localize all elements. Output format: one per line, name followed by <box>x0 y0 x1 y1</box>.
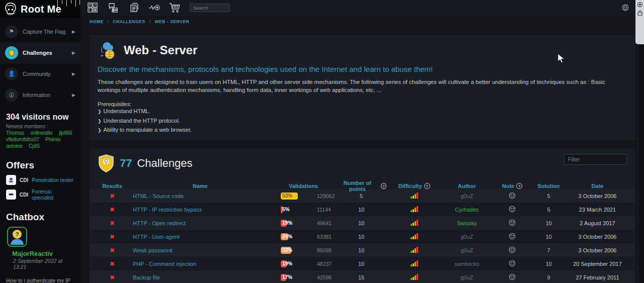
chat-username-link[interactable]: MajorReactiv <box>12 250 74 257</box>
offer-link[interactable]: Penetration tester <box>32 177 73 183</box>
column-note[interactable]: Note? <box>492 183 532 189</box>
challenge-date: 2 August 2017 <box>565 220 630 226</box>
solution-count[interactable]: 10 <box>532 234 565 240</box>
chatbox: ? MajorReactiv 2 September 2022 at 13:21… <box>6 227 74 283</box>
author-link[interactable]: g0uZ <box>460 193 473 199</box>
documents-icon[interactable] <box>128 2 140 14</box>
table-row[interactable]: ✖ HTTP - IP restriction bypass 5% 11144 … <box>90 203 635 216</box>
solution-count[interactable]: 10 <box>532 220 565 226</box>
avatar[interactable]: ? <box>7 227 27 247</box>
target-dot-icon[interactable] <box>637 2 643 8</box>
search-input[interactable] <box>190 4 230 12</box>
scrollbar-track[interactable] <box>639 44 644 283</box>
solution-count[interactable]: 5 <box>532 207 565 213</box>
breadcrumb: HOME / CHALLENGES / WEB - SERVER <box>80 15 644 28</box>
member-link[interactable]: Thomas <box>6 130 24 136</box>
prerequisite-item: ❯Understand the HTTP protocol. <box>98 117 627 126</box>
table-row[interactable]: ✖ HTTP - Open redirect 19% 49641 10 Swis… <box>90 216 635 230</box>
solution-count[interactable]: 5 <box>532 193 565 199</box>
note-cell <box>492 273 532 281</box>
scrollbar[interactable] <box>635 0 644 44</box>
table-row[interactable]: ✖ Backup file 17% 42596 15 g0uZ 9 27 Feb <box>90 270 635 283</box>
member-link[interactable]: antoine <box>6 143 23 149</box>
logo-text: Root Me <box>21 4 61 15</box>
difficulty-cell <box>386 246 442 254</box>
challenge-link[interactable]: Weak password <box>133 247 172 253</box>
author-link[interactable]: sambecks <box>454 261 479 267</box>
author-link[interactable]: Cyrhades <box>455 207 478 213</box>
column-author[interactable]: Author <box>442 183 492 189</box>
chat-server-icon[interactable] <box>107 2 119 14</box>
column-solution[interactable]: Solution <box>532 183 565 189</box>
challenge-shield-icon <box>98 154 115 173</box>
challenge-link[interactable]: HTML - Source code <box>133 193 184 199</box>
help-icon[interactable]: ? <box>516 183 522 189</box>
sidebar-menu: ⚑ Capture The Flag ▶ Challenges ▶ 👤 Comm… <box>0 18 80 106</box>
author-link[interactable]: g0uZ <box>460 247 473 253</box>
solution-count[interactable]: 10 <box>532 261 565 267</box>
newest-members-list: Thomas onlinestlkr jlp866 vfleltvmfldhs0… <box>6 130 74 149</box>
activity-target-icon[interactable] <box>148 2 160 14</box>
member-link[interactable]: vfleltvmfldhs07 <box>6 137 39 142</box>
offer-link[interactable]: Forensic specialist <box>32 188 74 201</box>
column-results[interactable]: Results <box>95 183 130 189</box>
member-link[interactable]: jlp866 <box>59 130 72 136</box>
chatbox-title: Chatbox <box>6 212 74 223</box>
filter-input[interactable] <box>564 154 627 165</box>
table-row[interactable]: ✖ HTTP - User-agent 24% 63381 10 g0uZ 10 <box>90 230 635 243</box>
note-cell <box>492 233 532 241</box>
flag-icon: ⚑ <box>5 25 18 38</box>
sidebar-item-information[interactable]: 🛈 Information ▶ <box>0 84 80 106</box>
sidebar-item-community[interactable]: 👤 Community ▶ <box>0 63 80 84</box>
breadcrumb-web-server[interactable]: WEB - SERVER <box>154 19 189 24</box>
member-link[interactable]: CptS <box>29 143 40 149</box>
solution-count[interactable]: 9 <box>532 274 565 280</box>
chat-message: How to i authenticate my IP ? <box>6 277 74 283</box>
validation-percent-badge: 5% <box>281 206 313 213</box>
validations-cell: 33% 85095 <box>271 247 336 254</box>
member-link[interactable]: Phénix <box>45 137 61 142</box>
difficulty-bars-icon <box>410 205 419 213</box>
sidebar-item-capture-the-flag[interactable]: ⚑ Capture The Flag ▶ <box>0 21 80 42</box>
column-validations[interactable]: Validations <box>271 183 336 189</box>
sidebar-item-challenges[interactable]: Challenges ▶ <box>0 42 80 63</box>
challenge-link[interactable]: Backup file <box>133 274 160 280</box>
column-name[interactable]: Name <box>130 183 271 189</box>
help-icon[interactable]: ? <box>381 183 386 189</box>
skull-logo-icon <box>4 2 17 16</box>
sidebar: Root Me ⚑ Capture The Flag ▶ Challenges … <box>0 0 80 283</box>
challenges-panel: 77 Challenges Results Name Validations N… <box>90 149 635 283</box>
help-icon[interactable]: ? <box>424 183 430 189</box>
breadcrumb-home[interactable]: HOME <box>90 19 104 24</box>
difficulty-bars-icon <box>410 192 419 199</box>
difficulty-cell <box>386 205 442 214</box>
globe-language-icon[interactable] <box>622 4 629 13</box>
points-value: 10 <box>336 261 386 267</box>
member-link[interactable]: onlinestlkr <box>30 130 53 136</box>
table-row[interactable]: ✖ Weak password 33% 85095 10 g0uZ 7 3 Oc <box>90 243 635 257</box>
difficulty-bars-icon <box>410 273 419 280</box>
solution-count[interactable]: 7 <box>532 247 565 253</box>
challenge-link[interactable]: HTTP - User-agent <box>133 234 180 240</box>
ctf-all-day-icon[interactable] <box>87 2 99 14</box>
challenges-heading: Challenges <box>137 157 192 170</box>
cloud-globe-icon <box>98 40 119 60</box>
validation-percent-badge: 24% <box>281 233 313 240</box>
cart-icon[interactable] <box>169 2 181 14</box>
challenge-link[interactable]: HTTP - Open redirect <box>133 220 186 226</box>
prerequisite-item: ❯Ability to manipulate a web browser. <box>98 126 627 135</box>
table-row[interactable]: ✖ PHP - Command injection 19% 48237 10 s… <box>90 257 635 270</box>
challenge-link[interactable]: PHP - Command injection <box>133 261 196 267</box>
lock-icon[interactable] <box>637 10 643 16</box>
author-link[interactable]: g0uZ <box>460 234 473 240</box>
breadcrumb-challenges[interactable]: CHALLENGES <box>113 19 145 24</box>
author-link[interactable]: Swissky <box>457 220 477 226</box>
column-difficulty[interactable]: Difficulty? <box>386 183 442 189</box>
author-link[interactable]: g0uZ <box>460 274 473 280</box>
chevron-right-icon: ▶ <box>72 71 75 76</box>
challenge-link[interactable]: HTTP - IP restriction bypass <box>133 207 202 213</box>
column-date[interactable]: Date <box>565 183 630 189</box>
points-value: 10 <box>336 234 386 240</box>
column-points[interactable]: Number of points? <box>336 180 386 192</box>
logo-bar[interactable]: Root Me <box>0 0 80 18</box>
